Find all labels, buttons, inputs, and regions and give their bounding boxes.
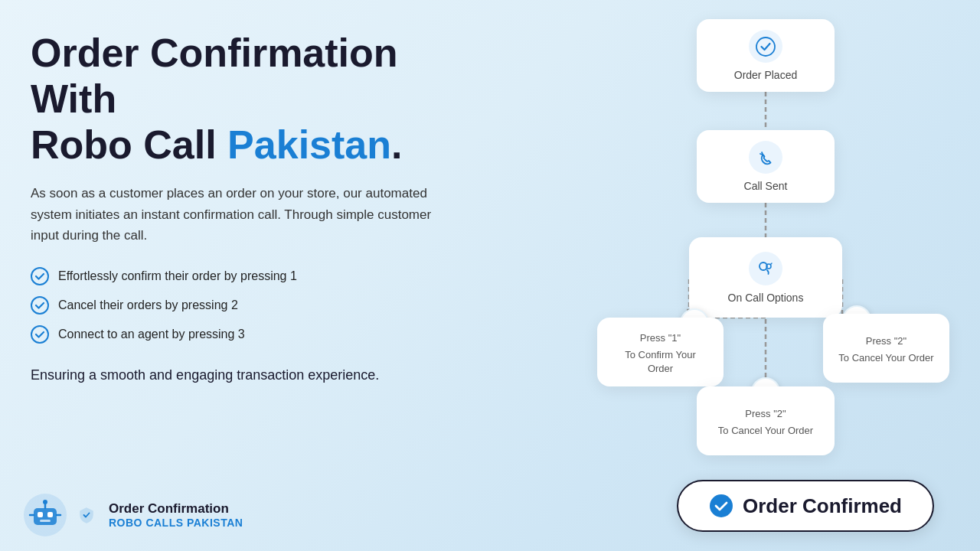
svg-point-19: [43, 500, 47, 504]
summary-text: Ensuring a smooth and engaging transacti…: [31, 365, 475, 386]
order-placed-label: Order Placed: [734, 69, 797, 81]
svg-line-12: [771, 263, 773, 265]
press3-line2: To Cancel Your Order: [718, 424, 813, 438]
card-on-call-options: On Call Options: [689, 237, 842, 318]
brand-text-block: Order Confirmation ROBO CALLS PAKISTAN: [109, 501, 243, 529]
description-text: As soon as a customer places an order on…: [31, 183, 436, 246]
svg-rect-16: [47, 512, 53, 517]
check-icon-3: [31, 325, 49, 344]
on-call-icon: [749, 252, 782, 285]
press3-line1: Press "2": [745, 407, 786, 421]
svg-point-2: [31, 326, 48, 343]
card-call-sent: Call Sent: [697, 130, 835, 203]
feature-list: Effortlessly confirm their order by pres…: [31, 267, 475, 344]
call-sent-label: Call Sent: [744, 180, 788, 192]
check-icon-2: [31, 296, 49, 315]
left-panel: Order Confirmation With Robo Call Pakist…: [31, 31, 475, 386]
press1-line1: Press "1": [640, 331, 681, 345]
shield-icon: [78, 507, 95, 523]
card-press-cancel: Press "2" To Cancel Your Order: [823, 314, 949, 383]
svg-point-0: [31, 268, 48, 285]
flowchart-panel: Order Placed Call Sent On Call Options 1…: [574, 11, 957, 509]
svg-rect-17: [40, 520, 51, 522]
title-dot: .: [391, 122, 402, 167]
title-highlight: Pakistan: [227, 122, 391, 167]
svg-point-1: [31, 297, 48, 314]
svg-point-9: [756, 37, 775, 56]
list-item: Cancel their orders by pressing 2: [31, 296, 475, 315]
check-icon-1: [31, 267, 49, 285]
title-line2: Robo Call: [31, 122, 227, 167]
order-confirmed-label: Order Confirmed: [743, 494, 902, 518]
svg-rect-14: [34, 508, 57, 525]
press1-line2: To Confirm Your Order: [612, 348, 708, 376]
call-sent-icon: [749, 141, 782, 174]
order-placed-icon: [749, 30, 782, 63]
main-title: Order Confirmation With Robo Call Pakist…: [31, 31, 475, 168]
list-item: Effortlessly confirm their order by pres…: [31, 267, 475, 285]
robot-icon: [23, 493, 67, 537]
brand-sub: ROBO CALLS PAKISTAN: [109, 517, 243, 529]
on-call-label: On Call Options: [728, 292, 804, 304]
press2-line2: To Cancel Your Order: [838, 351, 933, 365]
feature-text-1: Effortlessly confirm their order by pres…: [58, 269, 297, 283]
svg-point-22: [710, 494, 733, 517]
card-order-placed: Order Placed: [697, 19, 835, 92]
svg-rect-15: [38, 512, 43, 517]
press2-line1: Press "2": [866, 334, 906, 348]
card-press-confirm: Press "1" To Confirm Your Order: [597, 318, 724, 386]
feature-text-2: Cancel their orders by pressing 2: [58, 298, 238, 312]
feature-text-3: Connect to an agent by pressing 3: [58, 328, 245, 341]
title-line1: Order Confirmation With: [31, 31, 398, 121]
list-item: Connect to an agent by pressing 3: [31, 325, 475, 344]
order-confirmed-check-icon: [709, 494, 733, 518]
card-press-agent: Press "2" To Cancel Your Order: [697, 386, 835, 455]
bottom-brand-bar: Order Confirmation ROBO CALLS PAKISTAN: [23, 493, 243, 537]
order-confirmed-button[interactable]: Order Confirmed: [677, 480, 934, 532]
brand-title: Order Confirmation: [109, 501, 243, 517]
